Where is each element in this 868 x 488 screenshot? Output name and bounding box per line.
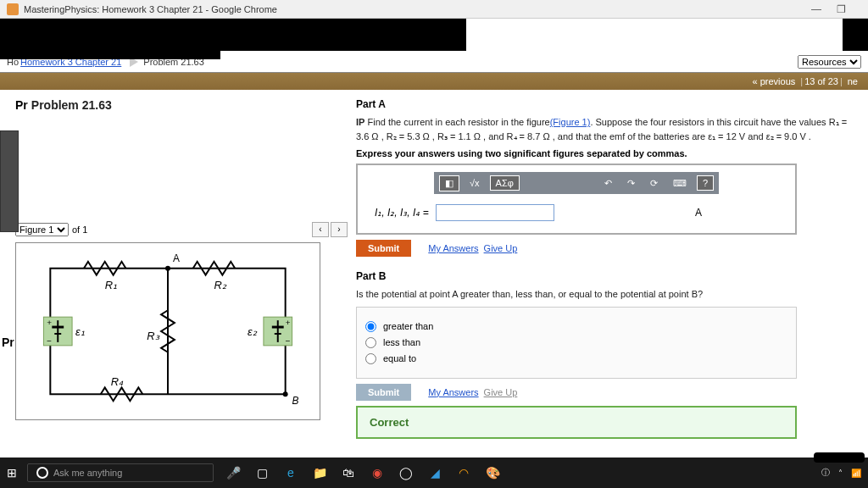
app-icon[interactable]: 🎨 [483,463,502,482]
choice-greater[interactable]: greater than [365,321,787,332]
figure-link[interactable]: (Figure 1) [550,117,591,127]
give-up-link[interactable]: Give Up [484,243,518,253]
separator: | [800,76,803,86]
svg-point-11 [283,391,288,396]
answer-unit: A [695,207,702,219]
nav-previous[interactable]: « previous [753,76,796,86]
submit-button[interactable]: Submit [356,240,411,257]
maximize-icon[interactable]: ❐ [837,3,846,15]
circuit-figure: R₁ R₂ R₃ R₄ ε₁ ε₂ A B + − + − [15,242,320,420]
svg-text:A: A [173,252,180,264]
chrome-icon[interactable]: ◯ [397,463,415,482]
taskview-icon[interactable]: ▢ [253,463,271,482]
part-a-prompt: IP Find the current in each resistor in … [356,115,860,143]
mic-icon[interactable]: 🎤 [224,463,242,482]
help-icon[interactable]: ? [697,175,714,191]
reset-icon[interactable]: ⟳ [645,176,663,191]
undo-icon[interactable]: ↶ [599,176,617,191]
correct-feedback: Correct [356,406,797,439]
equation-toolbar: ◧ √x ΑΣφ ↶ ↷ ⟳ ⌨ ? [434,172,719,194]
figure-next-button[interactable]: › [331,222,348,237]
svg-text:−: − [286,336,291,346]
redacted-region [814,452,865,463]
redo-icon[interactable]: ↷ [622,176,640,191]
svg-text:B: B [292,395,299,407]
part-b-label: Part B [356,270,860,282]
svg-text:ε₁: ε₁ [75,325,85,338]
problem-prefix: Pr [2,336,14,349]
answer-box: ◧ √x ΑΣφ ↶ ↷ ⟳ ⌨ ? I₁, I₂, I₃, I₄ = A [356,164,797,235]
nav-position: 13 of 23 [804,76,838,86]
tray-icon[interactable]: ⓘ [821,467,830,479]
figure-select[interactable]: Figure 1 [15,223,69,236]
choice-less[interactable]: less than [365,337,787,348]
minimize-icon[interactable]: — [811,3,821,15]
redacted-region [0,47,220,59]
cortana-search[interactable]: Ask me anything [27,463,214,482]
app-icon[interactable]: ◉ [368,463,387,482]
svg-text:+: + [47,318,52,327]
window-title: MasteringPhysics: Homework 3 Chapter 21 … [24,4,811,14]
problem-title: Problem 21.63 [31,98,112,112]
nav-next[interactable]: ne [848,76,858,86]
wifi-icon[interactable]: 📶 [851,469,861,478]
app-icon[interactable]: ◢ [426,463,444,482]
system-tray[interactable]: ⓘ ˄ 📶 [821,467,861,479]
svg-text:−: − [47,336,52,346]
keyboard-icon[interactable]: ⌨ [668,176,692,191]
template-icon[interactable]: ◧ [439,175,459,191]
start-button[interactable]: ⊞ [7,466,17,480]
redacted-region [0,19,466,51]
give-up-link-b: Give Up [484,387,518,397]
explorer-icon[interactable]: 📁 [310,463,329,482]
tray-up-icon[interactable]: ˄ [838,469,843,478]
edge-icon[interactable]: e [281,463,300,482]
separator: | [840,76,843,86]
figure-count: of 1 [72,225,87,235]
cortana-icon [36,467,48,479]
choice-box: greater than less than equal to [356,307,797,379]
part-b-prompt: Is the potential at point A greater than… [356,287,860,302]
problem-prefix: Pr [15,98,28,112]
app-icon[interactable]: ◠ [454,463,473,482]
resources-dropdown[interactable]: Resources [798,55,861,69]
svg-text:R₂: R₂ [214,279,226,291]
redacted-region [843,19,868,51]
greek-icon[interactable]: ΑΣφ [490,175,520,191]
favicon [7,3,19,15]
part-a-instruction: Express your answers using two significa… [356,148,860,158]
svg-text:ε₂: ε₂ [248,325,258,338]
svg-text:+: + [286,318,291,327]
figure-prev-button[interactable]: ‹ [312,222,329,237]
part-a-label: Part A [356,98,860,110]
choice-equal[interactable]: equal to [365,353,787,364]
my-answers-link-b[interactable]: My Answers [428,387,478,397]
sqrt-icon[interactable]: √x [465,176,485,190]
answer-lhs: I₁, I₂, I₃, I₄ = [375,207,429,219]
svg-text:R₃: R₃ [147,330,159,342]
svg-point-10 [165,266,170,271]
thumbnail-strip[interactable] [0,130,19,232]
answer-input[interactable] [436,204,554,221]
submit-button-b[interactable]: Submit [356,384,411,401]
svg-text:R₄: R₄ [111,375,124,388]
svg-text:R₁: R₁ [105,279,117,291]
store-icon[interactable]: 🛍 [339,463,358,482]
my-answers-link[interactable]: My Answers [428,243,478,253]
taskbar: ⊞ Ask me anything 🎤 ▢ e 📁 🛍 ◉ ◯ ◢ ◠ 🎨 ⓘ … [0,458,868,488]
